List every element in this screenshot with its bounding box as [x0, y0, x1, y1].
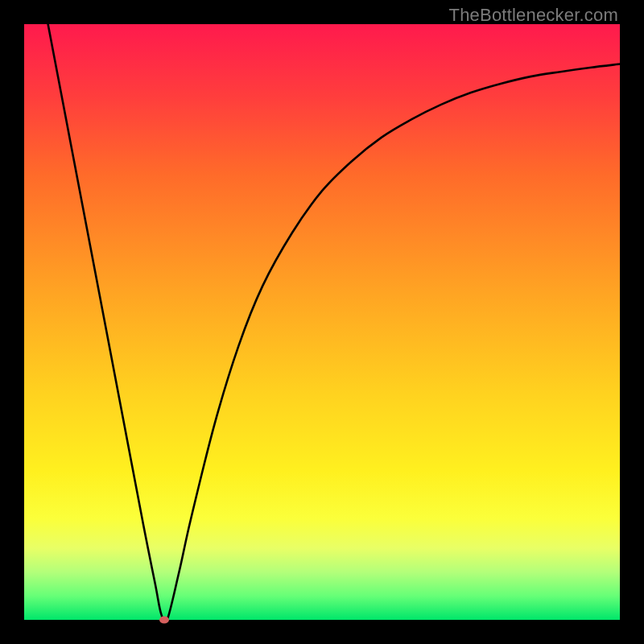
- attribution-label: TheBottlenecker.com: [449, 5, 618, 26]
- bottleneck-curve: [24, 24, 620, 620]
- chart-frame: TheBottlenecker.com: [0, 0, 644, 644]
- optimal-point-marker: [159, 617, 169, 624]
